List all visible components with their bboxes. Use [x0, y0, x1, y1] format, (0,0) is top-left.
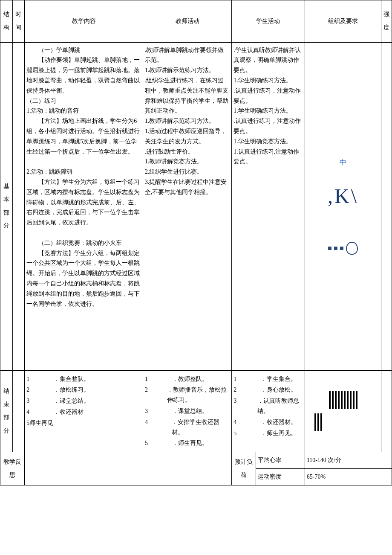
ending-teacher: 1．教师整队。 2．教师播音乐，放松拉伸练习。 3．课堂总结。 4．安排学生收还…: [143, 370, 231, 452]
intensity-text-top: 中: [306, 158, 380, 167]
ending-time: [12, 370, 25, 452]
formation-diagram-bottom-icon: [306, 413, 380, 431]
ending-intensity: [381, 370, 392, 452]
col-intensity: 强度: [381, 0, 392, 43]
reflection-empty: [25, 452, 232, 485]
ending-organization: [305, 370, 381, 452]
heart-rate-value: 110-140 次/分: [305, 452, 392, 469]
density-value: 65-70%: [305, 469, 392, 485]
basic-section-row: 基本部分 （一）学单脚跳 【动作要领】单脚起跳、单脚落地，一腿屈膝上提，另一腿前…: [0, 42, 392, 370]
basic-label: 基本部分: [0, 42, 13, 370]
formation-diagram-top-icon: [306, 391, 380, 409]
basic-intensity: [381, 42, 392, 370]
diagram-k-icon: ,K\: [306, 184, 380, 208]
basic-content: （一）学单脚跳 【动作要领】单脚起跳、单脚落地，一腿屈膝上提，另一腿前脚掌起跳和…: [25, 42, 143, 370]
reflection-label: 教学反思: [0, 452, 25, 485]
basic-teacher: .教师讲解单脚跳动作要领并做示范。 1.教师讲解示范练习方法。 .组织学生进行练…: [143, 42, 231, 370]
basic-student: .学生认真听教师讲解并认真观察，明确单脚跳动作要点。 1.学生明确练习方法。 .…: [232, 42, 305, 370]
col-structure: 结构: [0, 0, 13, 43]
col-student-activity: 学生活动: [232, 0, 305, 43]
load-label: 预计负荷: [232, 452, 256, 485]
ending-content: 1．集合整队。 2．放松练习。 3．课堂总结。 4．收还器材 5师生再见: [25, 370, 143, 452]
diagram-dots-icon: [306, 242, 380, 255]
basic-organization: 中 ,K\: [305, 42, 381, 370]
reflection-row-1: 教学反思 预计负荷 平均心率 110-140 次/分: [0, 452, 392, 469]
density-label: 运动密度: [256, 469, 305, 485]
ending-student: 1．学生集合。 2．身心放松。 3．认真听教师总结。 4．收还器材。 5．师生再…: [232, 370, 305, 452]
col-teaching-content: 教学内容: [25, 0, 143, 43]
header-row: 结构 时间 教学内容 教师活动 学生活动 组织及要求 强度: [0, 0, 392, 43]
heart-rate-label: 平均心率: [256, 452, 305, 469]
basic-time: [12, 42, 25, 370]
ending-section-row: 结束部分 1．集合整队。 2．放松练习。 3．课堂总结。 4．收还器材 5师生再…: [0, 370, 392, 452]
col-teacher-activity: 教师活动: [143, 0, 231, 43]
col-organization: 组织及要求: [305, 0, 381, 43]
lesson-plan-table: 结构 时间 教学内容 教师活动 学生活动 组织及要求 强度 基本部分 （一）学单…: [0, 0, 392, 485]
col-time: 时间: [12, 0, 25, 43]
ending-label: 结束部分: [0, 370, 13, 452]
